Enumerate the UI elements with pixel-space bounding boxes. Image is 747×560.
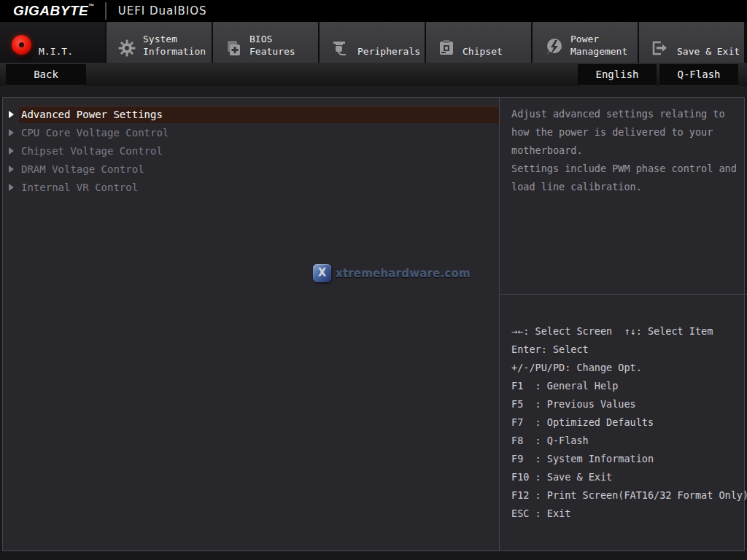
header-bar: GIGABYTE™ UEFI DualBIOS	[0, 0, 747, 22]
gigabyte-logo: GIGABYTE™	[13, 3, 95, 19]
key-legend-line: F1 : General Help	[511, 377, 747, 395]
tab-save-exit[interactable]: Save & Exit	[639, 22, 744, 63]
tab-label: Power Management	[570, 33, 627, 58]
submenu-arrow-icon	[9, 111, 14, 118]
watermark: X xtremehardware.com	[313, 264, 471, 282]
header-divider	[105, 2, 107, 20]
chipset-icon	[438, 39, 455, 57]
settings-menu-panel: Advanced Power Settings CPU Core Voltage…	[3, 98, 499, 551]
mit-dial-icon	[12, 35, 31, 55]
tab-label: BIOS Features	[249, 33, 295, 58]
bios-features-icon	[225, 39, 242, 57]
key-legend-line: F5 : Previous Values	[511, 395, 747, 413]
tab-power-management[interactable]: Power Management	[533, 22, 638, 63]
peripherals-icon	[331, 39, 350, 57]
menu-item-label: CPU Core Voltage Control	[19, 124, 499, 141]
menu-item[interactable]: Advanced Power Settings	[3, 105, 499, 123]
bios-title: UEFI DualBIOS	[118, 4, 207, 18]
gear-icon	[118, 39, 136, 57]
tab-label: Save & Exit	[677, 45, 740, 58]
trademark-symbol: ™	[88, 3, 95, 9]
tab-system-information[interactable]: System Information	[107, 22, 212, 63]
tab-peripherals[interactable]: Peripherals	[320, 22, 425, 63]
item-description: Adjust advanced settings relating to how…	[500, 98, 747, 295]
submenu-arrow-icon	[9, 166, 14, 173]
power-bolt-icon	[544, 38, 563, 57]
menu-item[interactable]: CPU Core Voltage Control	[3, 123, 499, 141]
brand-text: GIGABYTE	[13, 3, 88, 18]
key-legend-line: F12 : Print Screen(FAT16/32 Format Only)	[511, 486, 747, 505]
description-line: load line calibration.	[511, 178, 744, 196]
watermark-text: xtremehardware.com	[336, 267, 471, 280]
submenu-arrow-icon	[9, 129, 14, 136]
menu-item-label: Internal VR Control	[19, 179, 499, 196]
tab-label: System Information	[143, 33, 206, 58]
tab-bios-features[interactable]: BIOS Features	[213, 22, 318, 63]
menu-item[interactable]: DRAM Voltage Control	[3, 160, 499, 178]
info-panel: Adjust advanced settings relating to how…	[499, 98, 747, 551]
menu-item[interactable]: Internal VR Control	[3, 178, 499, 196]
key-legend-line: →←: Select Screen ↑↓: Select Item	[511, 322, 747, 341]
description-line: Settings include PWM phase control and	[511, 160, 744, 178]
key-legend-line: Enter: Select	[511, 341, 747, 359]
tab-chipset[interactable]: Chipset	[426, 22, 531, 63]
language-button[interactable]: English	[578, 64, 657, 85]
submenu-arrow-icon	[9, 147, 14, 155]
sub-toolbar: Back English Q-Flash	[0, 63, 747, 86]
tab-label: Chipset	[462, 45, 503, 58]
description-line: motherboard.	[511, 141, 744, 160]
key-legend: →←: Select Screen ↑↓: Select Item Enter:…	[500, 295, 747, 551]
tab-label: Peripherals	[357, 45, 420, 58]
key-legend-line: F7 : Optimized Defaults	[511, 413, 747, 432]
tab-mit[interactable]: M.I.T.	[0, 22, 105, 63]
spacer-strip	[0, 86, 747, 97]
back-button[interactable]: Back	[6, 64, 86, 85]
qflash-button[interactable]: Q-Flash	[659, 64, 738, 85]
menu-item-label: Advanced Power Settings	[19, 106, 499, 123]
watermark-x-icon: X	[313, 264, 331, 282]
menu-item-label: Chipset Voltage Control	[19, 142, 499, 160]
menu-item[interactable]: Chipset Voltage Control	[3, 141, 499, 160]
description-line: Adjust advanced settings relating to	[511, 105, 744, 123]
save-exit-icon	[651, 39, 670, 57]
key-legend-line: F8 : Q-Flash	[511, 432, 747, 450]
key-legend-line: F9 : System Information	[511, 450, 747, 468]
main-content: Advanced Power Settings CPU Core Voltage…	[2, 97, 745, 551]
key-legend-line: +/-/PU/PD: Change Opt.	[511, 359, 747, 377]
key-legend-line: ESC : Exit	[511, 505, 747, 523]
tab-label: M.I.T.	[39, 45, 73, 58]
key-legend-line: F10 : Save & Exit	[511, 468, 747, 486]
tab-bar: M.I.T.	[0, 22, 747, 63]
submenu-arrow-icon	[9, 184, 14, 191]
uefi-bios-screen: GIGABYTE™ UEFI DualBIOS M.I.T.	[0, 0, 747, 560]
bottom-strip	[0, 551, 747, 560]
description-line: how the power is delivered to your	[511, 123, 744, 141]
menu-item-label: DRAM Voltage Control	[19, 160, 499, 178]
